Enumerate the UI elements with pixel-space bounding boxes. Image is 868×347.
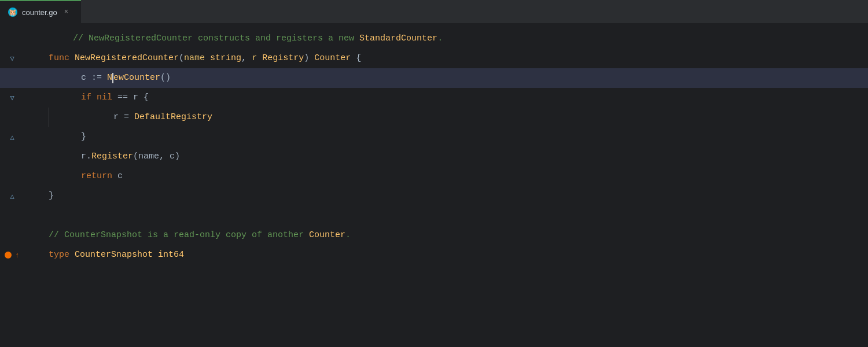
line-content-12: type CounterSnapshot int64 — [41, 245, 868, 265]
fold-icon-2[interactable]: ▽ — [8, 54, 16, 62]
line-content-9: } — [41, 186, 868, 206]
line-content-3: c := NewCounter() — [41, 68, 868, 88]
fold-icon-6[interactable]: △ — [8, 133, 16, 141]
keyword-func: func — [49, 49, 75, 68]
file-tab[interactable]: 🐹 counter.go × — [0, 0, 81, 23]
tab-bar: 🐹 counter.go × — [0, 0, 868, 23]
line-6: △ } — [0, 127, 868, 147]
line-content-11: // CounterSnapshot is a read-only copy o… — [41, 226, 868, 245]
line-content-8: return c — [41, 167, 868, 186]
tab-close-button[interactable]: × — [64, 8, 68, 16]
line-2: ▽ func NewRegisteredCounter(name string,… — [0, 49, 868, 68]
line-content-1: // NewRegisteredCounter constructs and r… — [41, 29, 868, 49]
line-11: // CounterSnapshot is a read-only copy o… — [0, 226, 868, 245]
tab-filename: counter.go — [22, 8, 57, 17]
code-lines: // NewRegisteredCounter constructs and r… — [0, 29, 868, 347]
fold-icon-4[interactable]: ▽ — [8, 94, 16, 102]
line-content-6: } — [41, 127, 868, 147]
line-content-2: func NewRegisteredCounter(name string, r… — [41, 49, 868, 68]
line-content-4: if nil == r { — [41, 88, 868, 108]
line-1: // NewRegisteredCounter constructs and r… — [0, 29, 868, 49]
func-name: NewRegisteredCounter — [75, 49, 179, 68]
line-9: △ } — [0, 186, 868, 206]
gopher-icon: 🐹 — [8, 8, 17, 17]
line-8: return c — [0, 167, 868, 186]
line-content-10 — [41, 206, 868, 226]
line-4: ▽ if nil == r { — [0, 88, 868, 108]
editor-container: 🐹 counter.go × // NewRegisteredCounter c… — [0, 0, 868, 347]
paren-open: ( — [179, 49, 184, 68]
go-icon: 🐹 — [8, 8, 17, 17]
line-10 — [0, 206, 868, 226]
breakpoint-indicator — [5, 252, 12, 259]
indent-guide — [49, 108, 65, 127]
code-editor: // NewRegisteredCounter constructs and r… — [0, 23, 868, 347]
line-3: c := NewCounter() — [0, 68, 868, 88]
line-content-7: r.Register(name, c) — [41, 147, 868, 167]
line-content-5: r = DefaultRegistry — [41, 108, 868, 127]
line-7: r.Register(name, c) — [0, 147, 868, 167]
line-5: r = DefaultRegistry — [0, 108, 868, 127]
fold-icon-9[interactable]: △ — [8, 192, 16, 200]
comment-text: // NewRegisteredCounter constructs and r… — [73, 29, 443, 49]
debug-arrow-icon: ↑ — [15, 251, 20, 260]
param-name: name — [184, 49, 205, 68]
line-12: ↑ type CounterSnapshot int64 — [0, 245, 868, 265]
